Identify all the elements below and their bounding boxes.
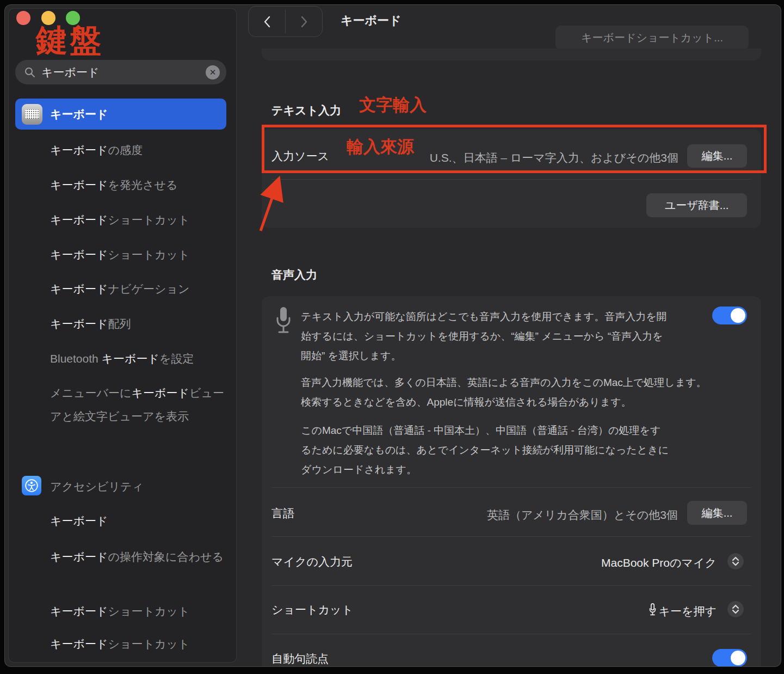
dictation-desc-line: テキスト入力が可能な箇所はどこでも音声入力を使用できます。音声入力を開 — [301, 308, 667, 326]
row-divider — [271, 634, 751, 634]
mic-glyph-icon — [649, 603, 657, 619]
search-icon — [24, 66, 36, 78]
sidebar-item-ax-shortcuts-1[interactable]: キーボードショートカット — [50, 602, 189, 621]
auto-punctuation-label: 自動句読点 — [271, 651, 329, 666]
mic-source-stepper[interactable] — [727, 553, 744, 569]
annotation-text-input-zh: 文字輸入 — [359, 94, 427, 117]
dictation-toggle[interactable] — [712, 307, 747, 324]
page-title: キーボード — [341, 13, 402, 29]
keyboard-icon — [22, 104, 42, 125]
search-value: キーボード — [41, 65, 99, 80]
accessibility-icon — [22, 476, 41, 495]
sidebar-item-shortcuts-2[interactable]: キーボードショートカット — [50, 246, 189, 264]
annotation-highlight-rect — [262, 125, 767, 173]
section-title-text-input: テキスト入力 — [271, 103, 341, 118]
dictation-download-line: このMacで中国語（普通話 - 中国本土）、中国語（普通話 - 台湾）の処理をす — [301, 421, 660, 440]
user-dictionary-button[interactable]: ユーザ辞書... — [646, 193, 747, 217]
sidebar-item-key-repeat[interactable]: キーボードの感度 — [50, 141, 143, 160]
dictation-download-line: るために必要なものは、あとでインターネット接続が利用可能になったときに — [301, 441, 669, 459]
history-nav-group — [248, 6, 323, 37]
annotation-keyboard-zh: 鍵盤 — [36, 20, 103, 62]
dictation-desc-line: 始するには、ショートカットを使用するか、“編集” メニューから “音声入力を — [301, 327, 663, 346]
sidebar-item-navigation[interactable]: キーボードナビゲーション — [50, 280, 189, 298]
language-value: 英語（アメリカ合衆国）とその他3個 — [487, 507, 678, 523]
sidebar-item-accessibility[interactable]: アクセシビリティ — [50, 477, 144, 496]
dictation-desc-line: 開始” を選択します。 — [301, 347, 401, 365]
shortcut-label: ショートカット — [271, 602, 353, 617]
sidebar-item-bluetooth-keyboard[interactable]: Bluetooth キーボードを設定 — [50, 350, 194, 368]
sidebar-item-shortcuts-1[interactable]: キーボードショートカット — [50, 211, 189, 229]
shortcut-stepper[interactable] — [727, 601, 744, 617]
sidebar-item-keyboard-selected[interactable]: キーボード — [15, 99, 226, 130]
forward-button[interactable] — [286, 7, 322, 36]
search-input[interactable]: キーボード ✕ — [15, 60, 226, 84]
back-button[interactable] — [249, 7, 285, 36]
sidebar-item-ax-follow-focus[interactable]: キーボードの操作対象に合わせる — [50, 545, 225, 568]
sidebar-item-menubar-viewer[interactable]: メニューバーにキーボードビューアと絵文字ビューアを表示 — [50, 381, 225, 428]
language-label: 言語 — [271, 506, 294, 521]
auto-punctuation-toggle[interactable] — [712, 649, 747, 667]
dictation-download-line: ダウンロードされます。 — [301, 461, 417, 479]
dictation-card: テキスト入力が可能な箇所はどこでも音声入力を使用できます。音声入力を開 始するに… — [262, 296, 761, 667]
row-divider — [271, 179, 751, 180]
row-divider — [271, 585, 751, 586]
clear-search-icon[interactable]: ✕ — [206, 65, 220, 79]
keyboard-shortcuts-button[interactable]: キーボードショートカット... — [555, 26, 749, 50]
sidebar-item-ax-keyboard[interactable]: キーボード — [50, 512, 108, 530]
sidebar: キーボード ✕ キーボード キーボードの感度 キーボードを発光させる キーボード… — [8, 8, 237, 663]
mic-source-value: MacBook Proのマイク — [601, 555, 717, 571]
sidebar-item-layout[interactable]: キーボード配列 — [50, 315, 131, 333]
main-pane: キーボード キーボードショートカット... テキスト入力 入力ソース U.S.、… — [237, 5, 781, 666]
row-divider — [271, 536, 751, 537]
row-divider — [271, 487, 751, 488]
dictation-privacy-line: 検索するときなどを含め、Appleに情報が送信される場合があります。 — [301, 393, 632, 412]
microphone-icon — [275, 306, 292, 338]
dictation-privacy-line: 音声入力機能では、多くの日本語、英語による音声の入力をこのMac上で処理します。 — [301, 373, 707, 392]
screenshot-root: キーボード ✕ キーボード キーボードの感度 キーボードを発光させる キーボード… — [0, 0, 784, 674]
annotation-input-source-zh: 輸入來源 — [347, 136, 414, 158]
scrolled-card-fragment — [262, 48, 761, 60]
mic-source-label: マイクの入力元 — [271, 554, 353, 569]
close-window-button[interactable] — [16, 11, 30, 25]
shortcut-value: キーを押す — [649, 603, 717, 619]
sidebar-item-ax-shortcuts-2[interactable]: キーボードショートカット — [50, 635, 189, 653]
edit-languages-button[interactable]: 編集... — [687, 501, 747, 525]
sidebar-item-label: キーボード — [50, 107, 108, 122]
section-title-dictation: 音声入力 — [271, 267, 317, 283]
sidebar-item-backlight[interactable]: キーボードを発光させる — [50, 176, 177, 194]
